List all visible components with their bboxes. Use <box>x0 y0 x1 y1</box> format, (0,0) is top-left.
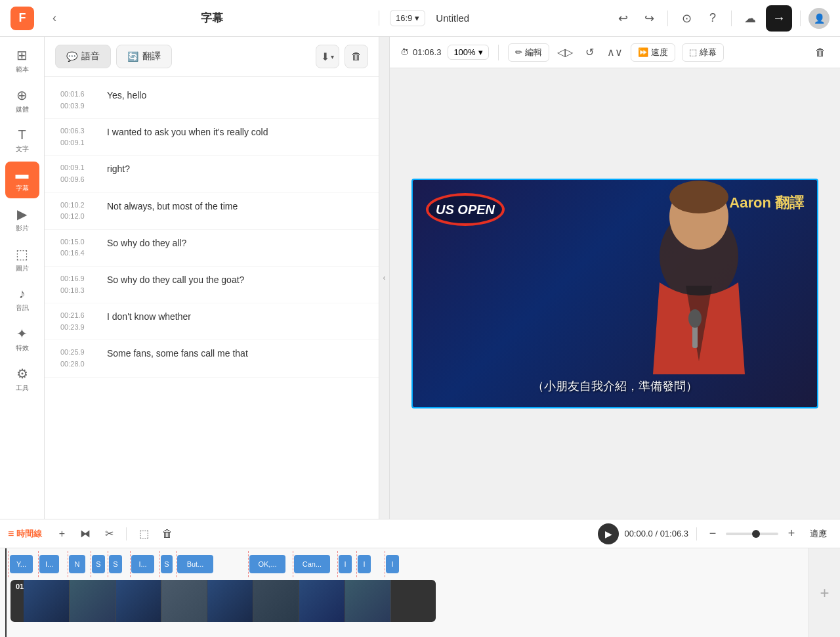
translate-button[interactable]: 🔄 翻譯 <box>116 45 172 68</box>
preview-toolbar: ⏱ 01:06.3 100% ▾ ✏ 編輯 ◁▷ ↺ ∧∨ ⏩ 速度 ⬚ 綠幕 <box>390 37 840 68</box>
top-bar: F ‹ 字幕 16:9 ▾ Untitled ↩ ↪ ⊙ ? ☁ → 👤 <box>0 0 840 37</box>
subtitle-text: So why do they call you the goat? <box>107 273 244 287</box>
video-track[interactable]: 01 <box>10 580 436 622</box>
video-thumbnails <box>24 580 391 622</box>
zoom-minus-button[interactable]: − <box>705 526 721 542</box>
subtitle-chip-4[interactable]: S <box>92 555 105 573</box>
subtitle-item-2[interactable]: 00:06.3 00:09.1 I wanted to ask you when… <box>45 119 379 156</box>
subtitle-item-6[interactable]: 00:16.9 00:18.3 So why do they call you … <box>45 267 379 303</box>
video-thumb-1 <box>24 580 70 622</box>
rotate-button[interactable]: ↺ <box>581 43 599 62</box>
subtitle-item-5[interactable]: 00:15.0 00:16.4 So why do they all? <box>45 230 379 267</box>
add-timeline-button[interactable]: + <box>52 525 71 543</box>
video-thumb-4 <box>161 580 207 622</box>
collapse-handle[interactable]: ‹ <box>379 37 390 519</box>
edit-button[interactable]: ✏ 編輯 <box>508 43 549 62</box>
sidebar-item-tools[interactable]: ⚙ 工具 <box>5 361 39 398</box>
effect-icon: ✦ <box>16 326 28 341</box>
video-container: US OPEN Aaron 翻譯 <box>411 179 818 408</box>
split-button[interactable]: ⧓ <box>76 525 94 543</box>
sidebar-item-template[interactable]: ⊞ 範本 <box>5 42 39 79</box>
help-button[interactable]: ? <box>702 8 723 29</box>
redo-button[interactable]: ↪ <box>639 8 660 29</box>
subtitle-icon: ▬ <box>16 167 29 182</box>
download-button[interactable]: ⬇ ▾ <box>316 45 339 68</box>
subtitle-text: right? <box>107 162 130 176</box>
subtitle-chip-10[interactable]: Can... <box>294 555 330 573</box>
video-thumb-2 <box>70 580 116 622</box>
zoom-selector[interactable]: 100% ▾ <box>448 45 488 60</box>
subtitle-chip-7[interactable]: S <box>161 555 173 573</box>
delete-clip-button[interactable]: 🗑 <box>811 43 830 62</box>
zoom-slider[interactable] <box>726 533 778 535</box>
subtitle-chip-9[interactable]: OK,... <box>249 555 285 573</box>
time-counter: 00:00.0 / 01:06.3 <box>624 529 688 538</box>
subtitle-chip-1[interactable]: Y... <box>10 555 33 573</box>
scissors-button[interactable]: ✂ <box>100 525 118 543</box>
subtitle-chip-6[interactable]: I... <box>131 555 154 573</box>
add-track-button[interactable]: + <box>808 548 840 637</box>
media-icon: ⊕ <box>16 87 28 103</box>
subtitle-text: Not always, but most of the time <box>107 200 238 213</box>
audio-icon: ♪ <box>19 286 26 301</box>
zoom-plus-button[interactable]: + <box>784 526 799 542</box>
sidebar-item-media[interactable]: ⊕ 媒體 <box>5 82 39 120</box>
dashed-line-4 <box>91 551 91 577</box>
adjust-button[interactable]: ∧∨ <box>606 43 624 62</box>
video-icon: ▶ <box>17 206 27 222</box>
sidebar-item-audio[interactable]: ♪ 音訊 <box>5 281 39 318</box>
flip-h-button[interactable]: ◁▷ <box>556 43 574 62</box>
video-thumb-8 <box>345 580 391 622</box>
speed-icon: ⏩ <box>638 47 648 57</box>
video-track-label: 01 <box>16 582 24 590</box>
subtitle-item-8[interactable]: 00:25.9 00:28.0 Some fans, some fans cal… <box>45 340 379 377</box>
subtitle-list: 00:01.6 00:03.9 Yes, hello 00:06.3 00:09… <box>45 77 379 519</box>
back-button[interactable]: ‹ <box>52 11 56 25</box>
subtitle-item-7[interactable]: 00:21.6 00:23.9 I don't know whether <box>45 303 379 340</box>
svg-point-4 <box>688 309 702 328</box>
delete-timeline-button[interactable]: 🗑 <box>158 525 177 543</box>
undo-button[interactable]: ↩ <box>612 8 633 29</box>
timeline-header: ≡ 時間線 + ⧓ ✂ ⬚ 🗑 ▶ 00:00.0 / 01:06.3 − + … <box>0 519 840 548</box>
subtitle-chip-5[interactable]: S <box>109 555 122 573</box>
dashed-line-7 <box>159 551 160 577</box>
sidebar-item-video[interactable]: ▶ 影片 <box>5 201 39 238</box>
subtitle-item-4[interactable]: 00:10.2 00:12.0 Not always, but most of … <box>45 193 379 230</box>
ratio-selector[interactable]: 16:9 ▾ <box>390 10 425 26</box>
play-button[interactable]: ▶ <box>598 523 619 544</box>
subtitle-chip-8[interactable]: But... <box>177 555 213 573</box>
sidebar-item-subtitle[interactable]: ▬ 字幕 <box>5 162 39 198</box>
avatar[interactable]: 👤 <box>808 8 830 29</box>
video-track-container: 01 <box>5 580 803 622</box>
subtitle-item-1[interactable]: 00:01.6 00:03.9 Yes, hello <box>45 82 379 119</box>
image-icon: ⬚ <box>16 246 28 262</box>
sidebar-item-image[interactable]: ⬚ 圖片 <box>5 241 39 278</box>
speed-button[interactable]: ⏩ 速度 <box>631 43 675 62</box>
subtitle-chip-12[interactable]: I <box>358 555 371 573</box>
sidebar-item-text[interactable]: T 文字 <box>5 122 39 159</box>
message-icon: 💬 <box>66 51 77 62</box>
dashed-line-3 <box>68 551 68 577</box>
person-figure <box>600 179 797 374</box>
preview-panel: US OPEN Aaron 翻譯 <box>390 68 840 519</box>
sidebar: ⊞ 範本 ⊕ 媒體 T 文字 ▬ 字幕 ▶ 影片 ⬚ 圖片 ♪ 音訊 ✦ 特效 <box>0 37 45 519</box>
record-button[interactable]: ⊙ <box>676 8 697 29</box>
apply-button[interactable]: 適應 <box>805 525 832 542</box>
voice-button[interactable]: 💬 語音 <box>55 45 111 68</box>
timeline-tracks: Y... I... N S S I... S But... OK,... C <box>0 548 808 637</box>
video-subtitle: （小朋友自我介紹，準備發問） <box>413 378 817 394</box>
subtitle-item-3[interactable]: 00:09.1 00:09.6 right? <box>45 156 379 192</box>
cloud-button[interactable]: ☁ <box>740 8 761 29</box>
edit-icon: ✏ <box>515 47 522 57</box>
caption-button[interactable]: ⬚ 綠幕 <box>682 43 724 62</box>
copy-button[interactable]: ⬚ <box>135 525 153 543</box>
app-logo[interactable]: F <box>10 7 34 30</box>
subtitle-panel: 💬 語音 🔄 翻譯 ⬇ ▾ 🗑 00:01.6 00:03.9 <box>45 37 379 519</box>
export-button[interactable]: → <box>766 5 792 32</box>
subtitle-chip-2[interactable]: I... <box>39 555 59 573</box>
subtitle-chip-3[interactable]: N <box>69 555 85 573</box>
subtitle-chip-11[interactable]: I <box>339 555 352 573</box>
delete-subtitles-button[interactable]: 🗑 <box>345 45 368 68</box>
sidebar-item-effect[interactable]: ✦ 特效 <box>5 320 39 358</box>
subtitle-chip-13[interactable]: I <box>386 555 399 573</box>
